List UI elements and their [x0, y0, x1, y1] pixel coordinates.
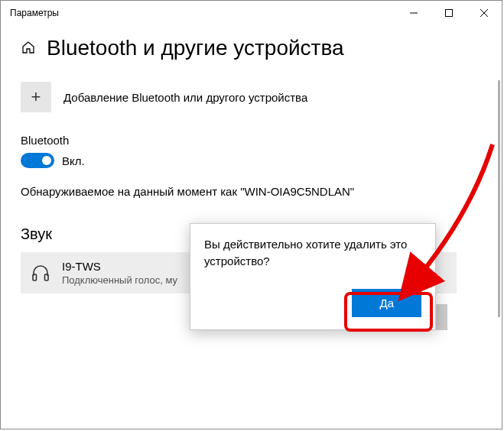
scrollbar[interactable] [498, 80, 500, 317]
bluetooth-section: Bluetooth Вкл. [21, 134, 502, 168]
toggle-state-label: Вкл. [62, 154, 85, 167]
page-header: Bluetooth и другие устройства [21, 36, 502, 60]
add-device-row[interactable]: + Добавление Bluetooth или другого устро… [21, 82, 502, 112]
plus-icon: + [31, 87, 41, 107]
maximize-button[interactable] [431, 1, 467, 25]
close-button[interactable] [467, 1, 502, 25]
home-icon[interactable] [21, 40, 36, 57]
headphones-icon [30, 263, 51, 283]
window-title: Параметры [10, 8, 396, 18]
minimize-button[interactable] [396, 1, 431, 25]
dialog-message: Вы действительно хотите удалить это устр… [204, 236, 421, 270]
settings-window: Параметры Bluetooth и другие устройства … [0, 0, 502, 429]
dialog-actions: Да [352, 289, 421, 317]
svg-rect-1 [446, 10, 453, 17]
window-controls [396, 1, 502, 25]
toggle-switch[interactable] [21, 153, 54, 168]
bluetooth-toggle[interactable]: Вкл. [21, 153, 502, 168]
device-status: Подключенный голос, му [62, 274, 177, 286]
add-device-label: Добавление Bluetooth или другого устройс… [63, 91, 307, 104]
device-text-block: I9-TWS Подключенный голос, му [62, 260, 177, 286]
confirm-dialog: Вы действительно хотите удалить это устр… [190, 223, 436, 330]
svg-rect-5 [45, 274, 49, 280]
yes-button[interactable]: Да [352, 289, 421, 317]
toggle-knob [42, 156, 51, 165]
add-device-button[interactable]: + [21, 82, 51, 112]
discoverable-text: Обнаруживаемое на данный момент как "WIN… [21, 185, 502, 198]
bluetooth-label: Bluetooth [21, 134, 502, 147]
device-name: I9-TWS [62, 260, 177, 273]
svg-rect-4 [33, 274, 37, 280]
page-title: Bluetooth и другие устройства [47, 36, 344, 60]
titlebar: Параметры [1, 1, 502, 25]
